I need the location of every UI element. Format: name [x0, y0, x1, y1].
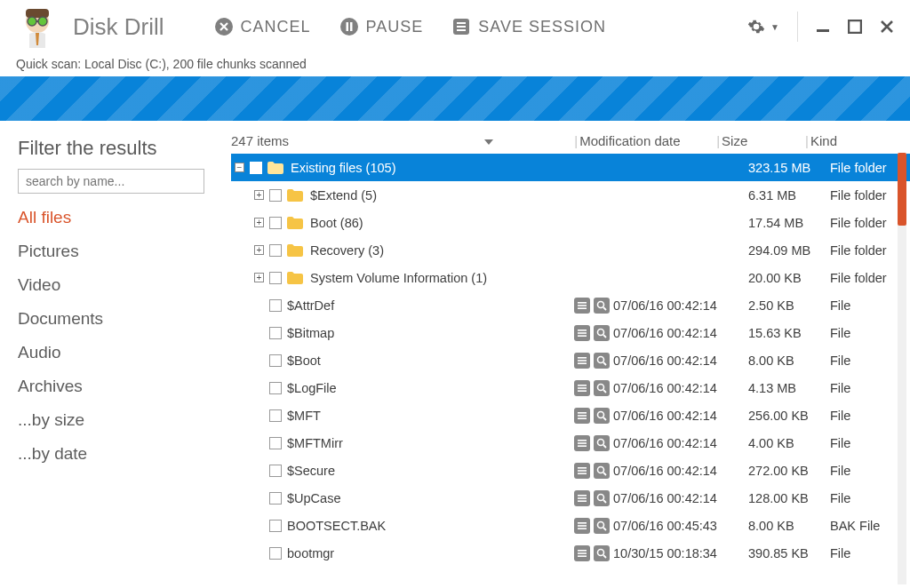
- svg-point-8: [340, 18, 358, 36]
- preview-icon[interactable]: [574, 353, 590, 369]
- svg-point-45: [598, 439, 604, 445]
- search-input[interactable]: [18, 169, 204, 194]
- file-row[interactable]: BOOTSECT.BAK07/06/16 00:45:438.00 KBBAK …: [231, 512, 910, 539]
- row-mod: 07/06/16 00:42:14: [613, 464, 748, 478]
- column-size[interactable]: Size: [722, 133, 803, 148]
- filter-item[interactable]: Audio: [18, 343, 231, 362]
- row-size: 8.00 KB: [748, 519, 830, 533]
- preview-icon[interactable]: [574, 298, 590, 314]
- magnifier-icon[interactable]: [594, 435, 610, 451]
- filter-item[interactable]: All files: [18, 208, 231, 227]
- row-checkbox[interactable]: [269, 382, 282, 394]
- collapse-icon[interactable]: −: [235, 163, 244, 172]
- file-row[interactable]: $UpCase07/06/16 00:42:14128.00 KBFile: [231, 484, 910, 512]
- svg-rect-27: [578, 357, 587, 359]
- filter-item[interactable]: Archives: [18, 377, 231, 396]
- file-row[interactable]: $Secure07/06/16 00:42:14272.00 KBFile: [231, 457, 910, 484]
- row-checkbox[interactable]: [269, 354, 282, 367]
- file-row[interactable]: −Existing files (105)323.15 MBFile folde…: [231, 154, 910, 181]
- expand-icon[interactable]: +: [254, 190, 264, 200]
- column-modification-date[interactable]: Modification date: [579, 133, 714, 148]
- file-row[interactable]: $AttrDef07/06/16 00:42:142.50 KBFile: [231, 291, 910, 319]
- scrollbar[interactable]: [898, 153, 906, 584]
- column-items[interactable]: 247 items: [231, 133, 572, 148]
- file-row[interactable]: $LogFile07/06/16 00:42:144.13 MBFile: [231, 374, 910, 401]
- svg-rect-15: [817, 29, 829, 32]
- row-checkbox[interactable]: [269, 299, 282, 312]
- preview-icon[interactable]: [574, 518, 590, 534]
- file-row[interactable]: +$Extend (5)6.31 MBFile folder: [231, 181, 910, 209]
- minimize-icon[interactable]: [816, 20, 830, 34]
- row-checkbox[interactable]: [250, 162, 262, 174]
- magnifier-icon[interactable]: [594, 518, 610, 534]
- magnifier-icon[interactable]: [594, 325, 610, 341]
- file-row[interactable]: bootmgr10/30/15 00:18:34390.85 KBFile: [231, 539, 910, 567]
- row-checkbox[interactable]: [269, 437, 282, 449]
- preview-icon[interactable]: [574, 435, 590, 451]
- file-row[interactable]: $Boot07/06/16 00:42:148.00 KBFile: [231, 346, 910, 374]
- pause-label: PAUSE: [366, 18, 424, 36]
- svg-rect-64: [578, 555, 587, 557]
- filter-item[interactable]: Video: [18, 275, 231, 295]
- file-row[interactable]: $Bitmap07/06/16 00:42:1415.63 KBFile: [231, 319, 910, 346]
- preview-icon[interactable]: [574, 325, 590, 341]
- maximize-icon[interactable]: [848, 20, 862, 34]
- app-title: Disk Drill: [73, 13, 164, 41]
- expand-icon[interactable]: +: [254, 218, 264, 227]
- file-row[interactable]: $MFTMirr07/06/16 00:42:144.00 KBFile: [231, 429, 910, 457]
- svg-line-36: [603, 390, 606, 393]
- row-name: $MFTMirr: [287, 436, 572, 450]
- filter-item[interactable]: ...by size: [18, 410, 231, 430]
- expander-spacer: [254, 548, 264, 558]
- row-checkbox[interactable]: [269, 327, 282, 339]
- row-checkbox[interactable]: [269, 244, 282, 257]
- filter-item[interactable]: ...by date: [18, 444, 231, 464]
- magnifier-icon[interactable]: [594, 490, 610, 506]
- row-checkbox[interactable]: [269, 520, 282, 532]
- svg-rect-19: [578, 307, 587, 309]
- file-row[interactable]: +Boot (86)17.54 MBFile folder: [231, 209, 910, 236]
- filter-item[interactable]: Pictures: [18, 242, 231, 261]
- expand-icon[interactable]: +: [254, 273, 264, 282]
- filter-item[interactable]: Documents: [18, 309, 231, 329]
- row-checkbox[interactable]: [269, 189, 282, 202]
- row-checkbox[interactable]: [269, 217, 282, 229]
- preview-icon[interactable]: [574, 463, 590, 479]
- row-name: $Bitmap: [287, 326, 572, 340]
- magnifier-icon[interactable]: [594, 463, 610, 479]
- folder-icon: [287, 272, 303, 284]
- row-checkbox[interactable]: [269, 547, 282, 560]
- svg-line-51: [603, 473, 606, 475]
- sort-indicator-icon[interactable]: [484, 139, 493, 145]
- scroll-thumb[interactable]: [898, 153, 906, 226]
- file-list: −Existing files (105)323.15 MBFile folde…: [231, 154, 910, 567]
- row-actions: [572, 490, 613, 506]
- expand-icon[interactable]: +: [254, 245, 264, 255]
- close-icon[interactable]: [880, 20, 894, 34]
- save-session-button[interactable]: SAVE SESSION: [451, 17, 606, 36]
- preview-icon[interactable]: [574, 490, 590, 506]
- file-row[interactable]: $MFT07/06/16 00:42:14256.00 KBFile: [231, 401, 910, 429]
- file-row[interactable]: +Recovery (3)294.09 MBFile folder: [231, 236, 910, 264]
- preview-icon[interactable]: [574, 380, 590, 396]
- magnifier-icon[interactable]: [594, 545, 610, 561]
- cancel-button[interactable]: CANCEL: [214, 17, 311, 36]
- row-checkbox[interactable]: [269, 465, 282, 477]
- preview-icon[interactable]: [574, 545, 590, 561]
- row-checkbox[interactable]: [269, 272, 282, 284]
- row-checkbox[interactable]: [269, 409, 282, 422]
- row-checkbox[interactable]: [269, 492, 282, 505]
- pause-button[interactable]: PAUSE: [339, 17, 424, 36]
- magnifier-icon[interactable]: [594, 298, 610, 314]
- svg-rect-44: [578, 445, 587, 447]
- column-kind[interactable]: Kind: [810, 133, 890, 148]
- svg-rect-48: [578, 470, 587, 472]
- magnifier-icon[interactable]: [594, 408, 610, 424]
- chevron-down-icon[interactable]: ▼: [770, 22, 779, 32]
- magnifier-icon[interactable]: [594, 380, 610, 396]
- gear-icon[interactable]: [747, 18, 765, 36]
- svg-rect-17: [578, 302, 587, 304]
- preview-icon[interactable]: [574, 408, 590, 424]
- magnifier-icon[interactable]: [594, 353, 610, 369]
- file-row[interactable]: +System Volume Information (1)20.00 KBFi…: [231, 264, 910, 291]
